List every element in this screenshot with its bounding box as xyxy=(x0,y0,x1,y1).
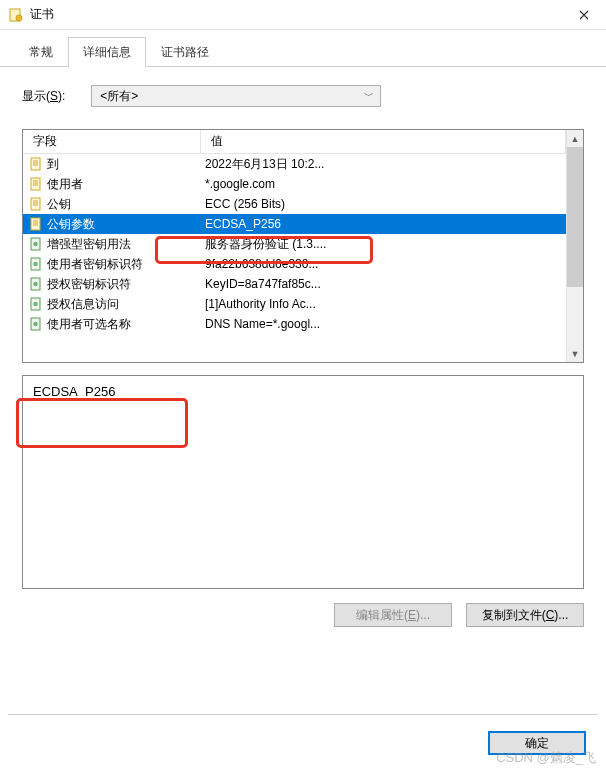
row-value: 9fa22b638dd6e330... xyxy=(205,257,566,271)
show-filter-row: 显示(S): <所有> ﹀ xyxy=(22,85,584,107)
details-textbox[interactable]: ECDSA_P256 xyxy=(22,375,584,589)
svg-rect-14 xyxy=(31,218,40,230)
row-field: 授权信息访问 xyxy=(47,296,205,313)
details-text: ECDSA_P256 xyxy=(33,384,115,399)
table-row[interactable]: 使用者密钥标识符9fa22b638dd6e330... xyxy=(23,254,566,274)
row-field: 公钥参数 xyxy=(47,216,205,233)
dropdown-value: <所有> xyxy=(100,88,138,105)
certificate-icon xyxy=(8,7,24,23)
button-row: 编辑属性(E)... 复制到文件(C)... xyxy=(22,603,584,627)
list-header: 字段 值 xyxy=(23,130,566,154)
row-property-icon xyxy=(29,197,43,211)
title-bar: 证书 xyxy=(0,0,606,30)
table-row[interactable]: 授权密钥标识符KeyID=8a747faf85c... xyxy=(23,274,566,294)
row-property-icon xyxy=(29,277,43,291)
show-dropdown[interactable]: <所有> ﹀ xyxy=(91,85,381,107)
row-value: 服务器身份验证 (1.3.... xyxy=(205,236,566,253)
row-value: KeyID=8a747faf85c... xyxy=(205,277,566,291)
svg-point-19 xyxy=(33,242,37,246)
row-field: 公钥 xyxy=(47,196,205,213)
row-field: 使用者可选名称 xyxy=(47,316,205,333)
tab-content: 显示(S): <所有> ﹀ 字段 值 到2022年6月13日 10:2...使用… xyxy=(0,67,606,637)
row-field: 增强型密钥用法 xyxy=(47,236,205,253)
row-property-icon xyxy=(29,217,43,231)
row-property-icon xyxy=(29,157,43,171)
svg-point-1 xyxy=(16,15,22,21)
svg-point-27 xyxy=(33,322,37,326)
chevron-down-icon: ﹀ xyxy=(364,89,374,103)
copy-to-file-button[interactable]: 复制到文件(C)... xyxy=(466,603,584,627)
table-row[interactable]: 使用者可选名称DNS Name=*.googl... xyxy=(23,314,566,334)
row-property-icon xyxy=(29,317,43,331)
scroll-thumb[interactable] xyxy=(567,147,583,287)
scroll-down-button[interactable]: ▼ xyxy=(567,345,583,362)
row-value: ECDSA_P256 xyxy=(205,217,566,231)
row-value: *.google.com xyxy=(205,177,566,191)
row-field: 授权密钥标识符 xyxy=(47,276,205,293)
window-title: 证书 xyxy=(30,6,561,23)
table-row[interactable]: 增强型密钥用法服务器身份验证 (1.3.... xyxy=(23,234,566,254)
table-row[interactable]: 公钥参数ECDSA_P256 xyxy=(23,214,566,234)
vertical-scrollbar[interactable]: ▲ ▼ xyxy=(566,130,583,362)
fields-listbox: 字段 值 到2022年6月13日 10:2...使用者*.google.com公… xyxy=(22,129,584,363)
row-value: ECC (256 Bits) xyxy=(205,197,566,211)
svg-rect-10 xyxy=(31,198,40,210)
svg-point-23 xyxy=(33,282,37,286)
row-field: 使用者 xyxy=(47,176,205,193)
tab-general[interactable]: 常规 xyxy=(14,37,68,67)
svg-rect-2 xyxy=(31,158,40,170)
col-header-value[interactable]: 值 xyxy=(201,130,566,153)
edit-properties-button: 编辑属性(E)... xyxy=(334,603,452,627)
svg-point-21 xyxy=(33,262,37,266)
table-row[interactable]: 公钥ECC (256 Bits) xyxy=(23,194,566,214)
watermark-text: CSDN @魑凌_飞 xyxy=(496,749,596,767)
scroll-up-button[interactable]: ▲ xyxy=(567,130,583,147)
table-row[interactable]: 使用者*.google.com xyxy=(23,174,566,194)
table-row[interactable]: 到2022年6月13日 10:2... xyxy=(23,154,566,174)
tab-path[interactable]: 证书路径 xyxy=(146,37,224,67)
svg-rect-6 xyxy=(31,178,40,190)
row-property-icon xyxy=(29,297,43,311)
row-field: 使用者密钥标识符 xyxy=(47,256,205,273)
col-header-field[interactable]: 字段 xyxy=(23,130,201,153)
row-property-icon xyxy=(29,257,43,271)
row-property-icon xyxy=(29,237,43,251)
row-value: 2022年6月13日 10:2... xyxy=(205,156,566,173)
footer-divider xyxy=(8,714,598,715)
table-row[interactable]: 授权信息访问[1]Authority Info Ac... xyxy=(23,294,566,314)
show-label: 显示(S): xyxy=(22,88,65,105)
row-field: 到 xyxy=(47,156,205,173)
svg-point-25 xyxy=(33,302,37,306)
scroll-track[interactable] xyxy=(567,287,583,345)
row-value: DNS Name=*.googl... xyxy=(205,317,566,331)
tab-strip: 常规 详细信息 证书路径 xyxy=(0,30,606,67)
row-property-icon xyxy=(29,177,43,191)
close-button[interactable] xyxy=(561,0,606,30)
tab-details[interactable]: 详细信息 xyxy=(68,37,146,67)
row-value: [1]Authority Info Ac... xyxy=(205,297,566,311)
